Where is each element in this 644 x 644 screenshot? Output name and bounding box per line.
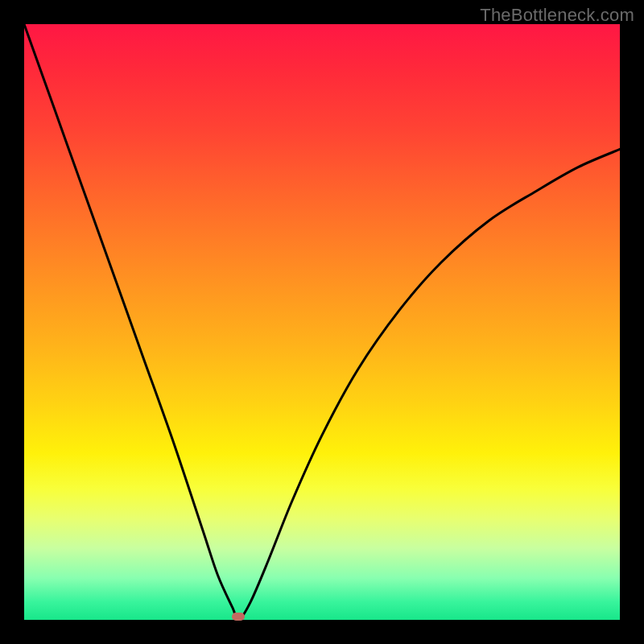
optimal-marker bbox=[232, 613, 245, 621]
watermark-text: TheBottleneck.com bbox=[480, 5, 634, 26]
plot-area bbox=[24, 24, 620, 620]
curve-svg bbox=[24, 24, 620, 620]
bottleneck-curve bbox=[24, 24, 620, 620]
chart-frame: TheBottleneck.com bbox=[0, 0, 644, 644]
